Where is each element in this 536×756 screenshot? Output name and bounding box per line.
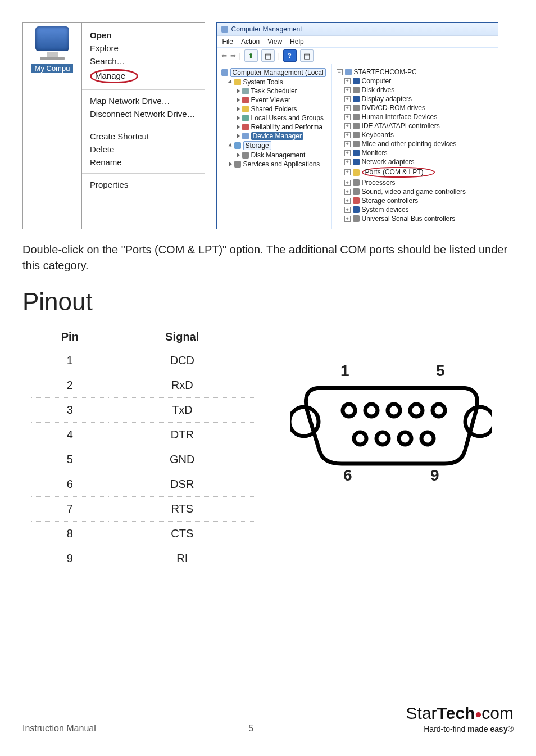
menu-item-create-shortcut[interactable]: Create Shortcut bbox=[90, 130, 196, 143]
svg-point-5 bbox=[410, 404, 423, 417]
forward-icon[interactable]: ➡ bbox=[230, 52, 236, 60]
tree-node[interactable]: Computer Management (Local bbox=[221, 67, 327, 78]
up-icon[interactable]: ⬆ bbox=[244, 49, 258, 62]
device-category[interactable]: + Ports (COM & LPT) bbox=[337, 166, 466, 178]
table-row: 2RxD bbox=[31, 373, 256, 398]
category-icon bbox=[353, 114, 360, 120]
svg-point-0 bbox=[290, 407, 319, 436]
pin-1-label: 1 bbox=[340, 362, 349, 380]
properties-icon[interactable]: ▤ bbox=[261, 49, 275, 62]
menu-item-rename[interactable]: Rename bbox=[90, 156, 196, 169]
device-category[interactable]: + Network adapters bbox=[337, 157, 466, 166]
device-category[interactable]: + IDE ATA/ATAPI controllers bbox=[337, 121, 466, 130]
menu-item-disconnect-network-drive-[interactable]: Disconnect Network Drive… bbox=[90, 107, 196, 120]
svg-point-6 bbox=[433, 404, 445, 417]
category-icon bbox=[353, 215, 360, 222]
category-icon bbox=[353, 197, 360, 204]
device-category[interactable]: + Processors bbox=[337, 178, 466, 187]
table-row: 6DSR bbox=[31, 472, 256, 497]
tree-node[interactable]: Reliability and Performa bbox=[221, 123, 327, 132]
category-icon bbox=[353, 132, 360, 138]
menu-item-search-[interactable]: Search… bbox=[90, 55, 196, 67]
device-category[interactable]: + Human Interface Devices bbox=[337, 112, 466, 121]
menu-file[interactable]: File bbox=[222, 38, 233, 46]
menubar: FileActionViewHelp bbox=[217, 36, 498, 48]
category-icon bbox=[353, 179, 360, 186]
tree-icon bbox=[242, 133, 249, 139]
view-icon[interactable]: ▤ bbox=[300, 49, 314, 62]
device-category[interactable]: + Universal Serial Bus controllers bbox=[337, 214, 466, 223]
menu-item-explore[interactable]: Explore bbox=[90, 42, 196, 55]
page-number: 5 bbox=[248, 723, 253, 734]
back-icon[interactable]: ⬅ bbox=[221, 52, 227, 60]
menu-item-map-network-drive-[interactable]: Map Network Drive… bbox=[90, 94, 196, 107]
pin-6-label: 6 bbox=[343, 467, 352, 485]
tree-node[interactable]: Disk Management bbox=[221, 151, 327, 160]
svg-point-9 bbox=[399, 432, 411, 445]
tree-icon bbox=[242, 97, 249, 103]
pin-5-label: 5 bbox=[436, 362, 445, 380]
device-category[interactable]: + Storage controllers bbox=[337, 196, 466, 205]
device-category[interactable]: + DVD/CD-ROM drives bbox=[337, 103, 466, 112]
help-icon[interactable]: ? bbox=[283, 49, 297, 62]
svg-point-8 bbox=[376, 432, 389, 445]
signal-header: Signal bbox=[108, 326, 256, 348]
computer-management-window: Computer Management FileActionViewHelp ⬅… bbox=[216, 22, 498, 229]
my-computer-icon[interactable]: My Compu bbox=[23, 23, 81, 76]
brand-logo: StarTech•com Hard-to-find made easy® bbox=[406, 701, 514, 734]
table-row: 3TxD bbox=[31, 398, 256, 423]
tree-node[interactable]: Shared Folders bbox=[221, 105, 327, 114]
table-row: 9RI bbox=[31, 546, 256, 571]
tree-node[interactable]: System Tools bbox=[221, 78, 327, 87]
table-row: 1DCD bbox=[31, 348, 256, 373]
svg-point-3 bbox=[365, 404, 378, 417]
db9-connector-diagram: 1 5 6 9 bbox=[290, 365, 492, 495]
category-icon bbox=[353, 105, 360, 111]
tree-node[interactable]: Device Manager bbox=[221, 132, 327, 141]
table-row: 5GND bbox=[31, 447, 256, 472]
table-row: 8CTS bbox=[31, 522, 256, 546]
device-category[interactable]: + Keyboards bbox=[337, 130, 466, 139]
tree-node[interactable]: Task Scheduler bbox=[221, 87, 327, 96]
device-category[interactable]: + Monitors bbox=[337, 148, 466, 157]
my-computer-label: My Compu bbox=[31, 64, 74, 73]
menu-item-properties[interactable]: Properties bbox=[90, 178, 196, 191]
device-category[interactable]: + Sound, video and game controllers bbox=[337, 187, 466, 196]
category-icon bbox=[353, 188, 360, 195]
device-category[interactable]: + Mice and other pointing devices bbox=[337, 139, 466, 148]
tree-icon bbox=[242, 152, 249, 159]
svg-point-4 bbox=[388, 404, 400, 417]
menu-item-open[interactable]: Open bbox=[90, 29, 196, 42]
tree-node[interactable]: Local Users and Groups bbox=[221, 114, 327, 123]
menu-view[interactable]: View bbox=[267, 38, 282, 46]
device-category[interactable]: + Display adapters bbox=[337, 94, 466, 103]
tree-icon bbox=[242, 88, 249, 94]
tree-node[interactable]: Storage bbox=[221, 141, 327, 151]
tree-icon bbox=[242, 106, 249, 112]
left-tree: Computer Management (Local System Tools … bbox=[217, 64, 332, 229]
tree-node[interactable]: Services and Applications bbox=[221, 160, 327, 169]
tree-icon bbox=[234, 161, 241, 168]
menu-help[interactable]: Help bbox=[290, 38, 304, 46]
pin-9-label: 9 bbox=[430, 467, 439, 485]
device-category[interactable]: + Computer bbox=[337, 76, 466, 85]
svg-point-1 bbox=[465, 407, 492, 436]
section-heading: Pinout bbox=[22, 288, 514, 316]
menu-item-manage[interactable]: Manage bbox=[90, 67, 196, 85]
category-icon bbox=[353, 206, 360, 213]
table-row: 7RTS bbox=[31, 497, 256, 522]
menu-item-delete[interactable]: Delete bbox=[90, 143, 196, 156]
tree-root[interactable]: − STARTECHCOM-PC bbox=[337, 67, 466, 76]
svg-point-7 bbox=[354, 432, 366, 445]
device-category[interactable]: + System devices bbox=[337, 205, 466, 214]
device-category[interactable]: + Disk drives bbox=[337, 85, 466, 94]
context-menu: My Compu OpenExploreSearch…ManageMap Net… bbox=[22, 22, 205, 229]
category-icon bbox=[353, 169, 360, 176]
tree-icon bbox=[221, 69, 228, 76]
tree-icon bbox=[242, 115, 249, 121]
pin-header: Pin bbox=[31, 326, 108, 348]
computer-icon bbox=[345, 69, 352, 75]
tree-node[interactable]: Event Viewer bbox=[221, 96, 327, 105]
menu-action[interactable]: Action bbox=[241, 38, 260, 46]
monitor-icon bbox=[35, 26, 69, 51]
